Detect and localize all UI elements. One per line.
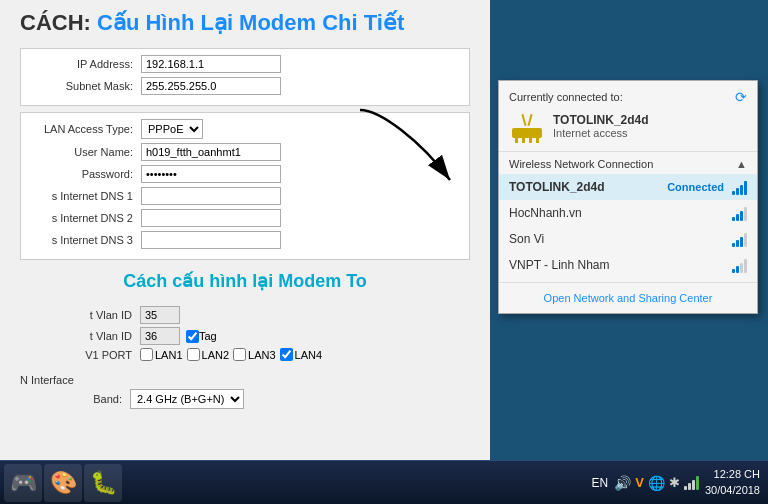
connected-wifi-status: Internet access: [553, 127, 649, 139]
vlan1-label: t Vlan ID: [30, 309, 140, 321]
lan4-checkbox[interactable]: [280, 348, 293, 361]
subnet-label: Subnet Mask:: [31, 80, 141, 92]
port-label: V1 PORT: [30, 349, 140, 361]
signal-bars-2: [732, 205, 747, 221]
ip-input[interactable]: [141, 55, 281, 73]
list-item[interactable]: VNPT - Linh Nham: [499, 252, 757, 278]
page-title: CÁCH: Cấu Hình Lại Modem Chi Tiết: [20, 10, 470, 36]
list-item[interactable]: HocNhanh.vn: [499, 200, 757, 226]
taskbar-signal-icon: [684, 476, 699, 490]
dns3-row: s Internet DNS 3: [31, 231, 459, 249]
dns1-label: s Internet DNS 1: [31, 190, 141, 202]
taskbar: 🎮 🎨 🐛 EN 🔊 V 🌐 ✱: [0, 460, 768, 504]
band-label: Band:: [20, 393, 130, 405]
password-row: Password:: [31, 165, 459, 183]
taskbar-right: EN 🔊 V 🌐 ✱ 12:28 CH 30/04/2018: [584, 467, 768, 498]
currently-connected-label: Currently connected to:: [509, 91, 623, 103]
lan4-item: LAN4: [280, 348, 323, 361]
ip-label: IP Address:: [31, 58, 141, 70]
connected-wifi-name: TOTOLINK_2d4d: [553, 113, 649, 127]
wifi-name-4: VNPT - Linh Nham: [509, 258, 609, 272]
bluetooth-icon: ✱: [669, 475, 680, 490]
list-item[interactable]: Son Vi: [499, 226, 757, 252]
popup-header: Currently connected to: ⟳: [499, 81, 757, 109]
connected-wifi-item: TOTOLINK_2d4d Internet access: [509, 109, 747, 143]
vlan2-row: t Vlan ID Tag: [30, 327, 460, 345]
clock-area: 12:28 CH 30/04/2018: [705, 467, 760, 498]
main-content: CÁCH: Cấu Hình Lại Modem Chi Tiết IP Add…: [0, 0, 490, 460]
subnet-row: Subnet Mask:: [31, 77, 459, 95]
router-icon: [509, 114, 545, 138]
password-input[interactable]: [141, 165, 281, 183]
lan3-item: LAN3: [233, 348, 276, 361]
connected-wifi-info: TOTOLINK_2d4d Internet access: [553, 113, 649, 139]
username-label: User Name:: [31, 146, 141, 158]
vlan1-input[interactable]: [140, 306, 180, 324]
clock-date: 30/04/2018: [705, 483, 760, 498]
connected-text: Connected: [667, 181, 724, 193]
dns1-input[interactable]: [141, 187, 281, 205]
signal-bars-3: [732, 231, 747, 247]
dns1-row: s Internet DNS 1: [31, 187, 459, 205]
form-section: IP Address: Subnet Mask:: [20, 48, 470, 106]
lan2-checkbox[interactable]: [187, 348, 200, 361]
language-indicator: EN: [592, 476, 609, 490]
taskbar-icon-2[interactable]: 🎨: [44, 464, 82, 502]
access-type-row: LAN Access Type: PPPoE: [31, 119, 459, 139]
dns3-label: s Internet DNS 3: [31, 234, 141, 246]
tag-checkbox[interactable]: [186, 330, 199, 343]
wifi-item-left-4: VNPT - Linh Nham: [509, 258, 609, 272]
lan2-item: LAN2: [187, 348, 230, 361]
wireless-section: N Interface Band: 2.4 GHz (B+G+N): [20, 374, 470, 409]
expand-icon[interactable]: ▲: [736, 158, 747, 170]
connected-to-section: TOTOLINK_2d4d Internet access: [499, 109, 757, 152]
access-type-select[interactable]: PPPoE: [141, 119, 203, 139]
clock-time: 12:28 CH: [705, 467, 760, 482]
username-input[interactable]: [141, 143, 281, 161]
list-item[interactable]: TOTOLINK_2d4d Connected: [499, 174, 757, 200]
popup-footer: Open Network and Sharing Center: [499, 282, 757, 313]
dns3-input[interactable]: [141, 231, 281, 249]
wifi-list: TOTOLINK_2d4d Connected HocNhanh.vn: [499, 174, 757, 278]
wifi-item-left: TOTOLINK_2d4d: [509, 180, 605, 194]
taskbar-icon-3[interactable]: 🐛: [84, 464, 122, 502]
network-icon[interactable]: 🌐: [648, 475, 665, 491]
vlan1-row: t Vlan ID: [30, 306, 460, 324]
band-row: Band: 2.4 GHz (B+G+N): [20, 389, 470, 409]
tag-checkbox-label[interactable]: Tag: [186, 330, 217, 343]
port-row: V1 PORT LAN1 LAN2 LAN3 LAN4: [30, 348, 460, 361]
wifi-item-left-3: Son Vi: [509, 232, 544, 246]
access-type-label: LAN Access Type:: [31, 123, 141, 135]
vlan2-label: t Vlan ID: [30, 330, 140, 342]
vlan2-input[interactable]: [140, 327, 180, 345]
taskbar-left: 🎮 🎨 🐛: [0, 464, 126, 502]
refresh-icon[interactable]: ⟳: [735, 89, 747, 105]
band-select[interactable]: 2.4 GHz (B+G+N): [130, 389, 244, 409]
vlan-section: t Vlan ID t Vlan ID Tag V1 PORT LAN1 LAN…: [20, 302, 470, 368]
password-label: Password:: [31, 168, 141, 180]
volume-icon[interactable]: 🔊: [614, 475, 631, 491]
network-popup: Currently connected to: ⟳: [498, 80, 758, 314]
subtitle: Cách cấu hình lại Modem To: [20, 270, 470, 292]
pppoe-section: LAN Access Type: PPPoE User Name: Passwo…: [20, 112, 470, 260]
dns2-row: s Internet DNS 2: [31, 209, 459, 227]
subnet-input[interactable]: [141, 77, 281, 95]
title-detail: Cấu Hình Lại Modem Chi Tiết: [97, 10, 404, 35]
wifi-name-2: HocNhanh.vn: [509, 206, 582, 220]
dns2-input[interactable]: [141, 209, 281, 227]
ip-row: IP Address:: [31, 55, 459, 73]
lan1-item: LAN1: [140, 348, 183, 361]
open-network-sharing-link[interactable]: Open Network and Sharing Center: [544, 292, 713, 304]
signal-bars-4: [732, 257, 747, 273]
title-cach: CÁCH:: [20, 10, 91, 35]
lan3-checkbox[interactable]: [233, 348, 246, 361]
wifi-name-3: Son Vi: [509, 232, 544, 246]
taskbar-icon-1[interactable]: 🎮: [4, 464, 42, 502]
wifi-name-1: TOTOLINK_2d4d: [509, 180, 605, 194]
wireless-section-label: Wireless Network Connection ▲: [499, 152, 757, 174]
lan-ports: LAN1 LAN2 LAN3 LAN4: [140, 348, 322, 361]
wifi-item-left-2: HocNhanh.vn: [509, 206, 582, 220]
username-row: User Name:: [31, 143, 459, 161]
system-icons: 🔊 V 🌐 ✱: [614, 475, 699, 491]
lan1-checkbox[interactable]: [140, 348, 153, 361]
